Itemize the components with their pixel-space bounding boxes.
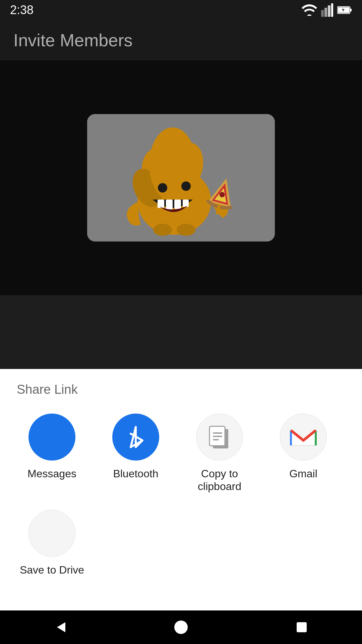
svg-point-37 — [174, 621, 188, 634]
svg-rect-2 — [328, 5, 330, 17]
nav-back-button[interactable] — [47, 614, 74, 641]
recent-icon — [293, 619, 310, 636]
nav-bar — [0, 610, 362, 644]
svg-rect-0 — [321, 10, 324, 17]
gmail-icon-circle — [280, 414, 327, 461]
svg-rect-23 — [183, 200, 189, 207]
signal-icon — [321, 3, 333, 17]
svg-point-19 — [181, 181, 191, 191]
svg-rect-31 — [213, 432, 222, 434]
share-sheet: Share Link Messages — [0, 369, 362, 610]
svg-marker-36 — [57, 622, 65, 632]
messages-icon-circle — [28, 414, 75, 461]
status-icons — [302, 3, 352, 17]
svg-rect-32 — [213, 436, 222, 437]
battery-icon — [337, 6, 352, 14]
svg-point-25 — [177, 224, 195, 236]
svg-rect-33 — [213, 439, 219, 440]
gmail-share-item[interactable]: Gmail — [268, 414, 339, 493]
clipboard-share-item[interactable]: Copy to clipboard — [184, 414, 255, 493]
svg-rect-5 — [350, 9, 352, 11]
content-area — [0, 60, 362, 295]
svg-rect-22 — [174, 200, 181, 209]
bluetooth-share-item[interactable]: Bluetooth — [101, 414, 171, 493]
nav-home-button[interactable] — [168, 614, 194, 641]
svg-point-12 — [149, 127, 196, 201]
bluetooth-icon-circle — [112, 414, 159, 461]
status-time: 2:38 — [10, 3, 34, 17]
monster-card — [87, 114, 275, 241]
main-screen: Invite Members — [0, 0, 362, 644]
monster-illustration — [87, 114, 275, 241]
drive-icon-circle — [28, 510, 75, 557]
bluetooth-label: Bluetooth — [113, 467, 158, 480]
svg-point-18 — [158, 183, 167, 193]
home-icon — [173, 619, 189, 636]
page-title: Invite Members — [13, 30, 132, 50]
svg-rect-1 — [324, 8, 327, 17]
share-title: Share Link — [17, 382, 345, 397]
share-row-2: Save to Drive — [17, 510, 345, 576]
svg-rect-3 — [331, 3, 333, 17]
page-title-area: Invite Members — [0, 20, 362, 60]
nav-recent-button[interactable] — [288, 614, 315, 641]
svg-rect-21 — [166, 200, 173, 210]
svg-rect-20 — [158, 200, 164, 208]
drive-label: Save to Drive — [20, 564, 84, 576]
clipboard-label: Copy to clipboard — [184, 467, 255, 493]
svg-rect-38 — [297, 622, 307, 632]
bluetooth-icon — [124, 424, 147, 450]
svg-point-24 — [153, 224, 172, 236]
clipboard-icon — [206, 423, 233, 451]
messages-label: Messages — [27, 467, 76, 480]
wifi-icon — [302, 4, 317, 16]
clipboard-icon-circle — [196, 414, 243, 461]
status-bar: 2:38 — [0, 0, 362, 20]
share-row-1: Messages Bluetooth — [17, 414, 345, 493]
gmail-icon — [288, 425, 318, 449]
drive-share-item[interactable]: Save to Drive — [17, 510, 87, 576]
messages-share-item[interactable]: Messages — [17, 414, 87, 493]
gmail-label: Gmail — [289, 467, 317, 480]
back-icon — [52, 619, 69, 636]
